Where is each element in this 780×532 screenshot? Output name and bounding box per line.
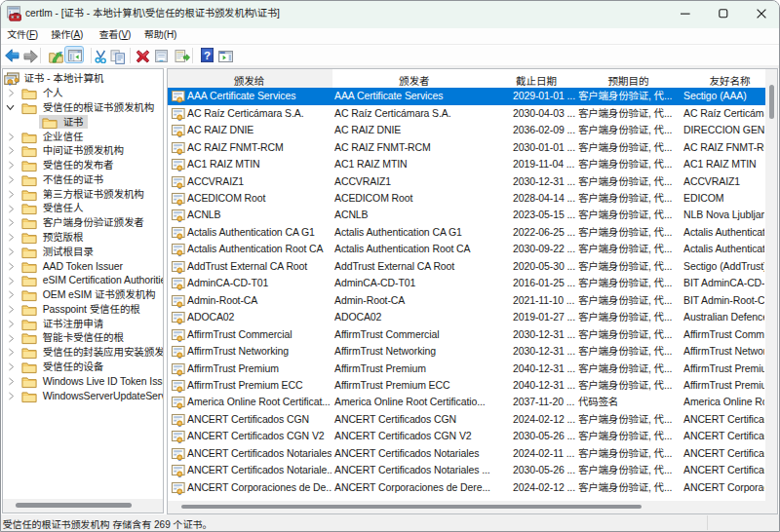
svg-text:?: ?	[204, 49, 211, 60]
